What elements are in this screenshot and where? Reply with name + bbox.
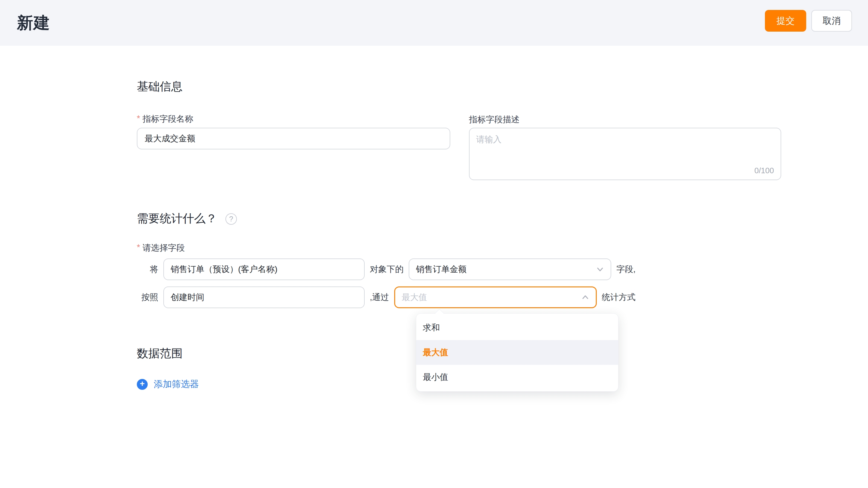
field-select[interactable]: 销售订单金额 — [409, 258, 611, 280]
page-title: 新建 — [17, 12, 50, 34]
metric-name-label-text: 指标字段名称 — [143, 113, 193, 125]
dropdown-option-sum[interactable]: 求和 — [416, 315, 618, 340]
stat-method-placeholder: 最大值 — [402, 292, 427, 303]
chevron-down-icon — [595, 265, 604, 274]
row2-suffix: 统计方式 — [602, 292, 636, 303]
new-metric-page: 新建 提交 取消 基础信息 * 指标字段名称 最大成交金额 指标字段描述 请输入… — [0, 0, 868, 488]
metric-name-input[interactable]: 最大成交金额 — [137, 128, 450, 150]
metric-desc-placeholder: 请输入 — [476, 134, 501, 145]
metric-name-value: 最大成交金额 — [145, 133, 195, 144]
dropdown-option-max[interactable]: 最大值 — [416, 340, 618, 365]
object-select-value: 销售订单（预设）(客户名称) — [170, 264, 278, 275]
char-counter: 0/100 — [754, 166, 774, 175]
group-by-select[interactable]: 创建时间 — [163, 287, 365, 308]
row1-suffix: 字段, — [616, 264, 636, 275]
row1-prefix: 将 — [137, 264, 158, 275]
header-actions: 提交 取消 — [765, 10, 852, 32]
basic-info-heading: 基础信息 — [137, 79, 183, 94]
chevron-up-icon — [581, 293, 590, 302]
stat-method-select[interactable]: 最大值 — [394, 287, 597, 308]
metric-name-label: * 指标字段名称 — [137, 113, 193, 125]
submit-button[interactable]: 提交 — [765, 10, 806, 32]
stat-method-dropdown: 求和 最大值 最小值 — [416, 313, 618, 392]
help-icon[interactable]: ? — [225, 213, 237, 225]
cancel-button[interactable]: 取消 — [811, 10, 852, 32]
metric-desc-label-text: 指标字段描述 — [469, 114, 520, 125]
required-mark: * — [137, 113, 140, 124]
object-select[interactable]: 销售订单（预设）(客户名称) — [163, 258, 365, 280]
stat-row-object: 将 销售订单（预设）(客户名称) 对象下的 销售订单金额 字段, — [137, 258, 636, 280]
add-filter-label: 添加筛选器 — [154, 378, 199, 390]
select-field-label: * 请选择字段 — [137, 242, 185, 254]
data-scope-heading: 数据范围 — [137, 346, 183, 361]
field-select-value: 销售订单金额 — [416, 264, 467, 275]
metric-desc-textarea[interactable]: 请输入 0/100 — [469, 128, 781, 180]
stat-row-method: 按照 创建时间 ,通过 最大值 统计方式 — [137, 287, 636, 308]
row2-middle: ,通过 — [370, 292, 389, 303]
group-by-value: 创建时间 — [170, 292, 204, 303]
metric-desc-label: 指标字段描述 — [469, 114, 520, 125]
page-header: 新建 提交 取消 — [0, 0, 868, 46]
plus-icon: + — [137, 379, 148, 390]
row1-middle: 对象下的 — [370, 264, 404, 275]
required-mark: * — [137, 242, 140, 253]
row2-prefix: 按照 — [137, 292, 158, 303]
select-field-label-text: 请选择字段 — [143, 242, 185, 254]
stat-section-heading: 需要统计什么？ ? — [137, 211, 237, 226]
dropdown-option-min[interactable]: 最小值 — [416, 365, 618, 390]
stat-heading-text: 需要统计什么？ — [137, 211, 217, 226]
add-filter-button[interactable]: + 添加筛选器 — [137, 378, 199, 390]
